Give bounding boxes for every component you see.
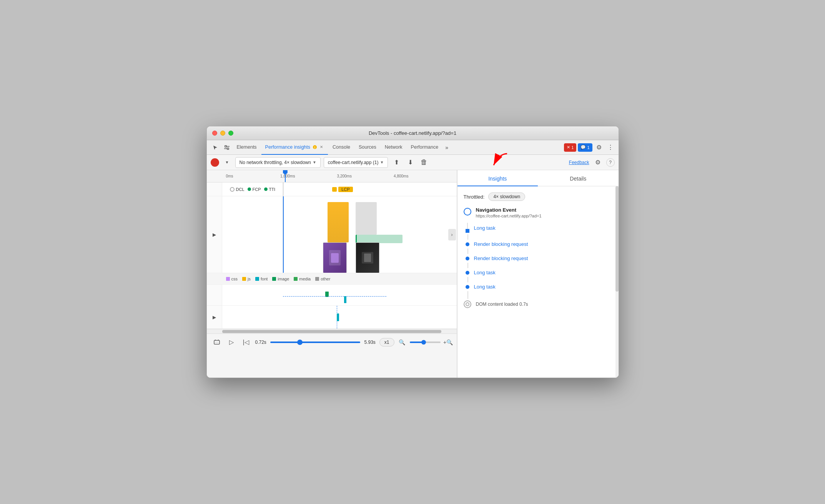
dcl-line bbox=[283, 182, 283, 196]
expand-arrow-top[interactable]: ▶ bbox=[207, 196, 222, 273]
scrollbar-track[interactable] bbox=[222, 330, 441, 333]
playback-slider[interactable] bbox=[270, 342, 361, 343]
window-title: DevTools - coffee-cart.netlify.app/?ad=1 bbox=[369, 130, 456, 136]
record-dropdown-icon[interactable]: ▼ bbox=[222, 158, 232, 167]
insight-link-3[interactable]: Long task bbox=[474, 270, 496, 275]
dcl-icon bbox=[230, 187, 235, 192]
more-options-icon[interactable]: ⋮ bbox=[605, 143, 615, 153]
slider-thumb[interactable] bbox=[297, 340, 303, 345]
screenshot-icon[interactable] bbox=[211, 337, 222, 348]
metrics-content: DCL FCP TTI LCP bbox=[222, 182, 457, 196]
cpu-expand-icon[interactable]: ▶ bbox=[213, 315, 216, 320]
download-icon[interactable]: ⬇ bbox=[405, 157, 416, 168]
tab-close-icon[interactable]: ✕ bbox=[319, 144, 324, 150]
start-time: 0.72s bbox=[255, 340, 266, 345]
tab-performance[interactable]: Performance bbox=[407, 140, 442, 155]
timeline-scrollbar[interactable] bbox=[207, 329, 457, 333]
tab-details[interactable]: Details bbox=[538, 176, 619, 186]
tab-network[interactable]: Network bbox=[381, 140, 406, 155]
timeline-needle bbox=[285, 170, 286, 182]
vert-line-s5 bbox=[467, 291, 468, 299]
cursor-icon[interactable] bbox=[210, 142, 221, 153]
tab-insights[interactable]: Insights bbox=[457, 176, 538, 186]
dot-4 bbox=[466, 285, 469, 289]
tab-elements[interactable]: Elements bbox=[233, 140, 261, 155]
insight-link-4[interactable]: Long task bbox=[474, 284, 496, 290]
net-bar-teal bbox=[344, 296, 346, 303]
insight-link-0[interactable]: Long task bbox=[474, 225, 496, 231]
minimize-button[interactable] bbox=[220, 131, 225, 136]
panel-content: Throttled: 4× slowdown Navigation Event … bbox=[457, 186, 619, 378]
toolbar: ▼ No network throttling, 4× slowdown ▼ c… bbox=[207, 155, 619, 170]
vert-spacer-1 bbox=[464, 234, 612, 240]
playback-bar: ▷ |◁ 0.72s 5.93s x1 🔍 +🔍 bbox=[207, 333, 457, 350]
other-swatch bbox=[315, 277, 319, 281]
vert-line-s3 bbox=[467, 263, 468, 268]
css-swatch bbox=[226, 277, 230, 281]
filmstrip-row: ▶ bbox=[207, 196, 457, 273]
message-badge-button[interactable]: 💬 1 bbox=[578, 143, 592, 152]
dom-inner-circle bbox=[466, 302, 469, 306]
settings-2-icon[interactable]: ⚙ bbox=[592, 157, 603, 168]
record-button[interactable] bbox=[211, 158, 219, 167]
panel-tabs: Insights Details bbox=[457, 170, 619, 186]
cpu-row: ▶ bbox=[207, 306, 457, 329]
throttle-dropdown-arrow: ▼ bbox=[313, 160, 316, 164]
play-icon[interactable]: ▷ bbox=[226, 337, 237, 348]
vert-line-s2 bbox=[467, 249, 468, 254]
speed-select[interactable]: x1 bbox=[379, 338, 394, 346]
insight-item-3: Long task bbox=[464, 268, 612, 277]
window-controls bbox=[212, 131, 233, 136]
network-content bbox=[222, 285, 457, 305]
zoom-in-icon[interactable]: +🔍 bbox=[444, 338, 452, 346]
insight-item-2: Render blocking request bbox=[464, 254, 612, 263]
filmstrip-next-icon[interactable]: › bbox=[448, 229, 456, 240]
maximize-button[interactable] bbox=[228, 131, 233, 136]
skip-start-icon[interactable]: |◁ bbox=[241, 337, 251, 348]
dot-3 bbox=[466, 271, 469, 275]
tti-pill: TTI bbox=[264, 187, 276, 192]
metrics-label bbox=[207, 182, 222, 196]
more-tabs-icon[interactable]: » bbox=[443, 144, 451, 151]
zoom-thumb[interactable] bbox=[421, 340, 426, 345]
timeline-ruler-row: 0ms 1,600ms 3,200ms 4,800ms bbox=[207, 170, 457, 182]
vert-line-s4 bbox=[467, 277, 468, 282]
ruler-0ms: 0ms bbox=[226, 174, 233, 178]
tab-performance-insights[interactable]: Performance insights ! ✕ bbox=[261, 140, 328, 155]
panel-scroll-thumb[interactable] bbox=[615, 186, 619, 292]
thumbnail-1[interactable] bbox=[323, 242, 347, 273]
upload-icon[interactable]: ⬆ bbox=[391, 157, 402, 168]
tab-sources[interactable]: Sources bbox=[355, 140, 380, 155]
throttle-dropdown[interactable]: No network throttling, 4× slowdown ▼ bbox=[235, 157, 321, 168]
dot-2 bbox=[466, 257, 469, 260]
ruler-4800ms: 4,800ms bbox=[394, 174, 408, 178]
feedback-link[interactable]: Feedback bbox=[569, 160, 589, 165]
delete-icon[interactable]: 🗑 bbox=[419, 157, 429, 168]
vert-spacer-2 bbox=[464, 249, 612, 254]
zoom-slider[interactable] bbox=[410, 342, 441, 343]
metrics-row: DCL FCP TTI LCP bbox=[207, 182, 457, 196]
url-dropdown[interactable]: coffee-cart.netlify.app (1) ▼ bbox=[324, 157, 388, 168]
nav-info: Navigation Event https://coffee-cart.net… bbox=[476, 207, 612, 218]
tab-console[interactable]: Console bbox=[329, 140, 354, 155]
help-icon[interactable]: ? bbox=[606, 158, 615, 167]
inspector-icon[interactable] bbox=[221, 142, 232, 153]
metric-pills: DCL FCP TTI bbox=[226, 182, 276, 196]
throttle-badge: 4× slowdown bbox=[488, 192, 525, 201]
devtools-window: DevTools - coffee-cart.netlify.app/?ad=1… bbox=[206, 126, 619, 378]
scrollbar-thumb[interactable] bbox=[222, 330, 441, 333]
insight-link-1[interactable]: Render blocking request bbox=[474, 241, 528, 247]
error-badge-button[interactable]: ✕ 1 bbox=[564, 143, 576, 152]
slider-track bbox=[270, 342, 361, 343]
panel-scrollbar[interactable] bbox=[615, 186, 619, 378]
close-button[interactable] bbox=[212, 131, 217, 136]
cpu-bar bbox=[337, 313, 339, 321]
svg-rect-0 bbox=[225, 146, 226, 147]
thumbnail-2[interactable] bbox=[356, 242, 379, 273]
insight-link-2[interactable]: Render blocking request bbox=[474, 255, 528, 261]
settings-icon[interactable]: ⚙ bbox=[594, 143, 604, 153]
zoom-out-icon[interactable]: 🔍 bbox=[398, 338, 406, 346]
needle-line bbox=[283, 196, 284, 273]
fcp-dot bbox=[248, 187, 251, 191]
throttle-row: Throttled: 4× slowdown bbox=[464, 192, 612, 201]
